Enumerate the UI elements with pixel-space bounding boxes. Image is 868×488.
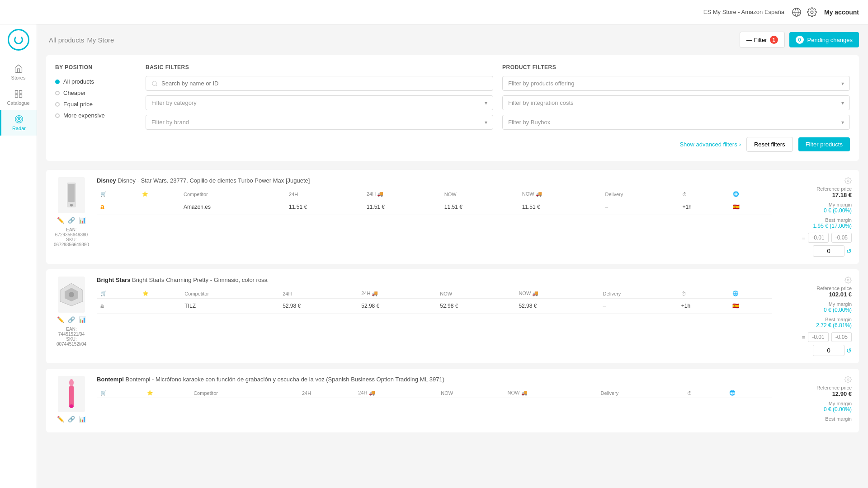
price-input-2[interactable] <box>813 345 844 356</box>
chart-icon-3[interactable]: 📊 <box>79 416 86 422</box>
filter-badge: 1 <box>770 36 778 44</box>
product-card-3: ✏️ 🔗 📊 Bontempi Bontempi - Micrófono kar… <box>46 369 859 432</box>
sidebar-item-radar[interactable]: Radar <box>0 110 37 136</box>
reference-price-3: Reference price 12.90 € <box>779 385 852 397</box>
th2-now-delivery: NOW 🚚 <box>515 289 599 299</box>
category-select[interactable]: Filter by category <box>151 99 481 106</box>
position-expensive[interactable]: More expensive <box>55 110 137 121</box>
product-thumbnail-2 <box>58 277 85 313</box>
chart-icon-2[interactable]: 📊 <box>79 316 86 323</box>
th-now: NOW <box>441 189 519 199</box>
minus-05-btn-1[interactable]: -0.05 <box>831 233 852 243</box>
header-actions: — Filter 1 0 Pending changes <box>740 32 859 48</box>
reset-filters-button[interactable]: Reset filters <box>746 137 793 152</box>
product-thumbnail-3 <box>58 376 85 412</box>
account-link[interactable]: My account <box>824 9 859 16</box>
position-equal[interactable]: Equal price <box>55 99 137 110</box>
th-icon-1: 🛒 <box>97 189 138 199</box>
price-reset-btn-1[interactable]: ↺ <box>846 248 852 255</box>
th3-24h-delivery: 24H 🚚 <box>354 388 437 398</box>
time-2: +1h <box>678 299 729 314</box>
svg-point-17 <box>847 180 849 182</box>
product-action-icons-3: ✏️ 🔗 📊 <box>57 416 86 422</box>
filters-panel: By position All products Cheaper Equal p… <box>46 55 859 161</box>
best-margin-3: Best margin <box>779 416 852 422</box>
edit-icon-3[interactable]: ✏️ <box>57 416 64 422</box>
label-equal: Equal price <box>63 101 93 108</box>
chevron-integration-icon: ▾ <box>841 100 844 106</box>
position-all-products[interactable]: All products <box>55 76 137 87</box>
price-controls-2: ≡ -0.01 -0.05 <box>779 332 852 342</box>
product-card-1: ✏️ 🔗 📊 EAN: 6729356649380 SKU: 067293566… <box>46 170 859 264</box>
sidebar-radar-label: Radar <box>12 126 26 131</box>
th2-delivery: Delivery <box>599 289 678 299</box>
globe-icon[interactable] <box>792 7 802 17</box>
filter-button-label: — Filter <box>746 37 767 43</box>
filter-button[interactable]: — Filter 1 <box>740 32 785 48</box>
radio-expensive <box>55 113 60 118</box>
product-filter-inputs: Filter by products offering ▾ Filter by … <box>502 76 850 130</box>
price-now-1: 11.51 € <box>441 199 519 215</box>
pending-count: 0 <box>796 36 804 44</box>
chart-icon-1[interactable]: 📊 <box>79 217 86 224</box>
filter-products-button[interactable]: Filter products <box>798 137 850 151</box>
price-now-del-1: 11.51 € <box>519 199 602 215</box>
th2-clock: ⏱ <box>678 289 729 299</box>
th2-24h-delivery: 24H 🚚 <box>358 289 436 299</box>
label-expensive: More expensive <box>63 112 105 119</box>
price-input-1[interactable] <box>813 245 844 257</box>
th-24h-delivery: 24H 🚚 <box>363 189 441 199</box>
reference-price-1: Reference price 17.18 € <box>779 186 852 198</box>
search-icon <box>151 80 158 87</box>
sidebar-item-catalogue[interactable]: Catalogue <box>0 85 37 110</box>
my-margin-3: My margin 0 € (0.00%) <box>779 401 852 413</box>
buybox-select[interactable]: Filter by Buybox <box>508 119 838 126</box>
th-24h: 24H <box>285 189 363 199</box>
gear-icon[interactable] <box>807 7 817 17</box>
integration-select[interactable]: Filter by integration costs <box>508 99 838 106</box>
edit-icon-2[interactable]: ✏️ <box>57 316 64 323</box>
label-all-products: All products <box>63 78 94 85</box>
show-advanced-link[interactable]: Show advanced filters › <box>679 141 741 148</box>
minus-01-btn-2[interactable]: -0.01 <box>808 332 828 342</box>
flag-1: 🇪🇸 <box>729 199 772 215</box>
settings-icon-2[interactable] <box>844 277 852 284</box>
svg-point-22 <box>69 379 74 386</box>
svg-rect-5 <box>19 91 22 94</box>
top-nav: ES My Store - Amazon España My account <box>0 0 868 24</box>
product-image-2: ✏️ 🔗 📊 EAN: 74451521/04 SKU: 007445152l/… <box>53 277 90 347</box>
svg-rect-15 <box>68 184 75 202</box>
sidebar-catalogue-label: Catalogue <box>7 100 29 106</box>
position-filter: By position All products Cheaper Equal p… <box>55 64 137 152</box>
position-cheaper[interactable]: Cheaper <box>55 87 137 99</box>
link-icon-2[interactable]: 🔗 <box>68 316 75 323</box>
store-name: My Store <box>87 36 114 44</box>
price-reset-btn-2[interactable]: ↺ <box>846 347 852 354</box>
delivery-2: – <box>599 299 678 314</box>
best-margin-1: Best margin 1.95 € (17.00%) <box>779 217 852 229</box>
link-icon-1[interactable]: 🔗 <box>68 217 75 224</box>
price-input-row-2: ↺ <box>779 345 852 356</box>
my-margin-2: My margin 0 € (0.00%) <box>779 301 852 313</box>
product-main-1: Disney Disney - Star Wars. 23777. Copill… <box>97 177 772 215</box>
brand-select[interactable]: Filter by brand <box>151 119 481 126</box>
settings-icon-3[interactable] <box>844 376 852 383</box>
product-ean-1: EAN: 6729356649380 SKU: 06729356649380 <box>53 227 90 247</box>
link-icon-3[interactable]: 🔗 <box>68 416 75 422</box>
minus-01-btn-1[interactable]: -0.01 <box>808 233 828 243</box>
th2-now: NOW <box>436 289 515 299</box>
chevron-right-icon: › <box>739 141 741 148</box>
svg-point-12 <box>152 81 156 85</box>
sidebar-stores-label: Stores <box>11 75 26 80</box>
sidebar-item-stores[interactable]: Stores <box>0 60 37 85</box>
product-thumbnail-1 <box>58 177 85 213</box>
search-input[interactable] <box>161 80 487 87</box>
pending-changes-button[interactable]: 0 Pending changes <box>789 32 859 47</box>
th-globe: 🌐 <box>729 189 772 199</box>
price-input-row-1: ↺ <box>779 245 852 257</box>
offering-select[interactable]: Filter by products offering <box>508 80 838 87</box>
th2-globe: 🌐 <box>729 289 772 299</box>
settings-icon-1[interactable] <box>844 177 852 184</box>
minus-05-btn-2[interactable]: -0.05 <box>831 332 852 342</box>
edit-icon-1[interactable]: ✏️ <box>57 217 64 224</box>
